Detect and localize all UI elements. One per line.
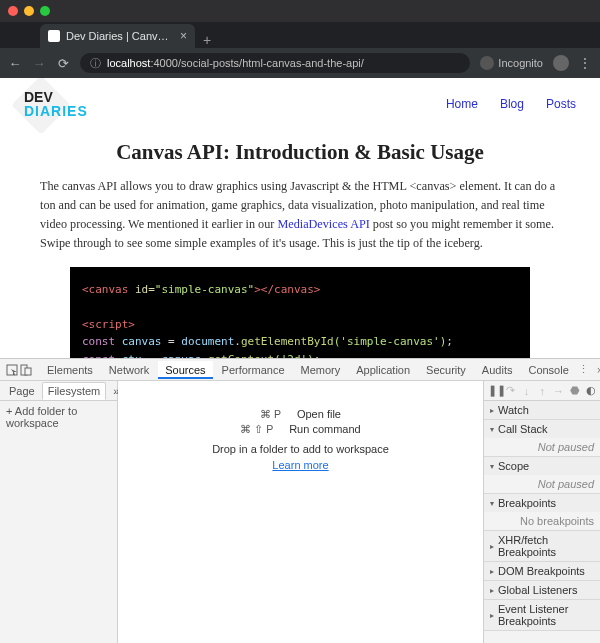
tab-security[interactable]: Security xyxy=(419,361,473,379)
window-title-bar xyxy=(0,0,600,22)
article-paragraph: The canvas API allows you to draw graphi… xyxy=(40,177,560,253)
xhr-breakpoints-section[interactable]: ▸XHR/fetch Breakpoints xyxy=(484,531,600,561)
callstack-section[interactable]: ▾Call Stack xyxy=(484,420,600,438)
devtools-panel: Elements Network Sources Performance Mem… xyxy=(0,358,600,643)
site-header: DEV DIARIES Home Blog Posts xyxy=(0,78,600,124)
run-command-shortcut: ⌘ ⇧ P xyxy=(240,423,273,435)
dom-breakpoints-section[interactable]: ▸DOM Breakpoints xyxy=(484,562,600,580)
window-controls xyxy=(8,6,50,16)
navigator-tabs: Page Filesystem » xyxy=(0,381,117,401)
code-line: <canvas id="simple-canvas"></canvas> xyxy=(82,281,518,299)
step-over-button[interactable]: ↷ xyxy=(506,384,516,397)
svg-rect-2 xyxy=(25,368,31,375)
tab-network[interactable]: Network xyxy=(102,361,156,379)
scope-state: Not paused xyxy=(484,475,600,493)
reload-button[interactable]: ⟳ xyxy=(56,56,70,71)
close-window-button[interactable] xyxy=(8,6,18,16)
callstack-state: Not paused xyxy=(484,438,600,456)
watch-section[interactable]: ▸Watch xyxy=(484,401,600,419)
open-file-shortcut: ⌘ P xyxy=(260,408,281,420)
step-into-button[interactable]: ↓ xyxy=(522,385,532,397)
devtools-more-icon[interactable]: ⋮ xyxy=(578,363,589,376)
code-line: const ctx = canvas.getContext('2d'); xyxy=(82,351,518,358)
forward-button[interactable]: → xyxy=(32,56,46,71)
incognito-label: Incognito xyxy=(498,57,543,69)
pause-on-exceptions-button[interactable]: ◐ xyxy=(586,384,596,397)
drop-folder-hint: Drop in a folder to add to workspace xyxy=(118,443,483,455)
event-listener-breakpoints-section[interactable]: ▸Event Listener Breakpoints xyxy=(484,600,600,630)
minimize-window-button[interactable] xyxy=(24,6,34,16)
run-command-label: Run command xyxy=(289,423,361,435)
site-logo[interactable]: DEV DIARIES xyxy=(24,90,88,118)
add-folder-button[interactable]: + Add folder to workspace xyxy=(0,401,117,433)
debugger-toolbar: ❚❚ ↷ ↓ ↑ → ⬣ ◐ xyxy=(484,381,600,401)
tab-title: Dev Diaries | Canvas API: Introd… xyxy=(66,30,174,42)
code-line xyxy=(82,298,518,316)
incognito-indicator: Incognito xyxy=(480,56,543,70)
breakpoints-state: No breakpoints xyxy=(484,512,600,530)
new-tab-button[interactable]: + xyxy=(195,32,219,48)
profile-avatar[interactable] xyxy=(553,55,569,71)
code-block: <canvas id="simple-canvas"></canvas> <sc… xyxy=(70,267,530,358)
debugger-sidebar: ❚❚ ↷ ↓ ↑ → ⬣ ◐ ▸Watch ▾Call Stack Not pa… xyxy=(483,381,600,643)
breakpoints-section[interactable]: ▾Breakpoints xyxy=(484,494,600,512)
browser-tab[interactable]: Dev Diaries | Canvas API: Introd… × xyxy=(40,24,195,48)
nav-blog[interactable]: Blog xyxy=(500,97,524,111)
browser-menu-button[interactable]: ⋮ xyxy=(579,56,592,70)
deactivate-breakpoints-button[interactable]: ⬣ xyxy=(570,384,580,397)
nav-home[interactable]: Home xyxy=(446,97,478,111)
step-button[interactable]: → xyxy=(553,385,564,397)
url-host: localhost:4000/social-posts/html-canvas-… xyxy=(107,57,364,69)
device-toggle-icon[interactable] xyxy=(20,363,32,377)
article-title: Canvas API: Introduction & Basic Usage xyxy=(40,140,560,165)
media-devices-link[interactable]: MediaDevices API xyxy=(277,217,369,231)
tab-elements[interactable]: Elements xyxy=(40,361,100,379)
scope-section[interactable]: ▾Scope xyxy=(484,457,600,475)
site-nav: Home Blog Posts xyxy=(446,97,576,111)
tab-sources[interactable]: Sources xyxy=(158,361,212,379)
sources-navigator: Page Filesystem » + Add folder to worksp… xyxy=(0,381,118,643)
pause-button[interactable]: ❚❚ xyxy=(488,384,500,397)
browser-toolbar: ← → ⟳ ⓘ localhost:4000/social-posts/html… xyxy=(0,48,600,78)
code-line: <script> xyxy=(82,316,518,334)
tab-performance[interactable]: Performance xyxy=(215,361,292,379)
navigator-tab-filesystem[interactable]: Filesystem xyxy=(42,382,107,400)
inspect-icon[interactable] xyxy=(6,363,18,377)
site-info-icon[interactable]: ⓘ xyxy=(90,56,101,71)
nav-posts[interactable]: Posts xyxy=(546,97,576,111)
logo-line2: DIARIES xyxy=(24,104,88,118)
tab-console[interactable]: Console xyxy=(521,361,575,379)
maximize-window-button[interactable] xyxy=(40,6,50,16)
address-bar[interactable]: ⓘ localhost:4000/social-posts/html-canva… xyxy=(80,53,470,73)
incognito-icon xyxy=(480,56,494,70)
tab-audits[interactable]: Audits xyxy=(475,361,520,379)
tab-memory[interactable]: Memory xyxy=(294,361,348,379)
code-line: const canvas = document.getElementById('… xyxy=(82,333,518,351)
page-viewport: DEV DIARIES Home Blog Posts Canvas API: … xyxy=(0,78,600,358)
step-out-button[interactable]: ↑ xyxy=(537,385,547,397)
back-button[interactable]: ← xyxy=(8,56,22,71)
navigator-tab-page[interactable]: Page xyxy=(4,383,40,399)
global-listeners-section[interactable]: ▸Global Listeners xyxy=(484,581,600,599)
devtools-tabbar: Elements Network Sources Performance Mem… xyxy=(0,359,600,381)
learn-more-link[interactable]: Learn more xyxy=(272,459,328,471)
tab-application[interactable]: Application xyxy=(349,361,417,379)
favicon-icon xyxy=(48,30,60,42)
sources-editor-empty: ⌘ P Open file ⌘ ⇧ P Run command Drop in … xyxy=(118,381,483,643)
article: Canvas API: Introduction & Basic Usage T… xyxy=(0,124,600,358)
logo-line1: DEV xyxy=(24,90,88,104)
browser-tab-strip: Dev Diaries | Canvas API: Introd… × + xyxy=(0,22,600,48)
close-tab-icon[interactable]: × xyxy=(180,29,187,43)
open-file-label: Open file xyxy=(297,408,341,420)
